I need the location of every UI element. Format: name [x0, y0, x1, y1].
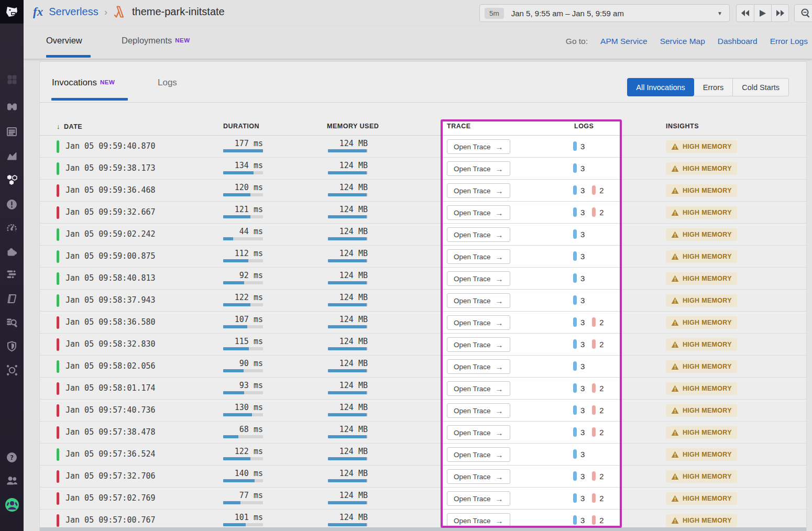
- column-header-memory[interactable]: MEMORY USED: [327, 123, 379, 130]
- logs-cell[interactable]: 3 2: [573, 405, 604, 415]
- breadcrumb-app-link[interactable]: Serverless: [49, 6, 98, 18]
- logs-cell[interactable]: 3: [573, 361, 585, 371]
- svg-text:?: ?: [10, 453, 14, 461]
- sidebar-item-log-explorer[interactable]: [0, 316, 24, 329]
- security-shield-icon: [6, 341, 17, 352]
- zoom-out-button[interactable]: [794, 4, 812, 22]
- tab-invocations-label: Invocations: [52, 78, 97, 87]
- sidebar-item-integrations[interactable]: [0, 245, 24, 258]
- error-logs-pill: [592, 493, 596, 503]
- warning-icon: [671, 385, 679, 392]
- time-backward-button[interactable]: [737, 5, 754, 21]
- open-trace-button[interactable]: Open Trace →: [447, 447, 510, 462]
- open-trace-label: Open Trace: [454, 495, 491, 503]
- logs-cell[interactable]: 3 2: [573, 427, 604, 437]
- logs-cell[interactable]: 3: [573, 141, 585, 151]
- logs-cell[interactable]: 3 2: [573, 471, 604, 481]
- open-trace-button[interactable]: Open Trace →: [447, 249, 510, 264]
- open-trace-label: Open Trace: [454, 143, 491, 151]
- filter-errors[interactable]: Errors: [694, 78, 733, 96]
- logs-cell[interactable]: 3 2: [573, 207, 604, 217]
- watchdog-binoculars-icon: [6, 101, 18, 113]
- insight-badge: HIGH MEMORY: [666, 206, 737, 219]
- time-range-picker[interactable]: 5m Jan 5, 9:55 am – Jan 5, 9:59 am ▼: [479, 4, 730, 22]
- sidebar-item-traces[interactable]: [0, 268, 24, 281]
- goto-link-service-map[interactable]: Service Map: [660, 37, 705, 46]
- sidebar-item-monitors[interactable]: [0, 197, 24, 211]
- duration-cell: 112 ms: [223, 249, 263, 262]
- sidebar-item-dashboards[interactable]: [0, 73, 24, 86]
- goto-link-apm-service[interactable]: APM Service: [600, 37, 648, 46]
- logs-cell[interactable]: 3 2: [573, 185, 604, 195]
- open-trace-button[interactable]: Open Trace →: [447, 513, 510, 528]
- sidebar-item-help[interactable]: ?: [0, 450, 24, 464]
- open-trace-button[interactable]: Open Trace →: [447, 425, 510, 440]
- open-trace-button[interactable]: Open Trace →: [447, 183, 510, 198]
- column-header-date[interactable]: ↓DATE: [57, 123, 82, 130]
- open-trace-label: Open Trace: [454, 297, 491, 305]
- invocation-rows: Jan 05 09:59:40.870 177 ms 124 MB Open T…: [40, 136, 806, 531]
- open-trace-button[interactable]: Open Trace →: [447, 293, 510, 308]
- tab-logs[interactable]: Logs: [158, 78, 177, 88]
- open-trace-button[interactable]: Open Trace →: [447, 381, 510, 396]
- logs-cell[interactable]: 3 2: [573, 339, 604, 349]
- logs-cell[interactable]: 3: [573, 251, 585, 261]
- logs-cell[interactable]: 3 2: [573, 383, 604, 393]
- sidebar-item-teams[interactable]: [0, 474, 24, 488]
- open-trace-button[interactable]: Open Trace →: [447, 161, 510, 176]
- column-header-logs[interactable]: LOGS: [574, 123, 594, 130]
- column-header-insights[interactable]: INSIGHTS: [666, 123, 699, 130]
- logs-cell[interactable]: 3 2: [573, 493, 604, 503]
- column-header-duration[interactable]: DURATION: [223, 123, 259, 130]
- open-trace-button[interactable]: Open Trace →: [447, 139, 510, 154]
- sidebar-item-events[interactable]: [0, 125, 24, 138]
- time-play-button[interactable]: [754, 5, 771, 21]
- sidebar-item-network[interactable]: [0, 363, 24, 377]
- open-trace-button[interactable]: Open Trace →: [447, 227, 510, 242]
- sidebar-item-notebooks[interactable]: [0, 292, 24, 305]
- logs-cell[interactable]: 3 2: [573, 515, 604, 525]
- sidebar-item-metrics[interactable]: [0, 149, 24, 162]
- logs-cell[interactable]: 3: [573, 273, 585, 283]
- column-header-trace[interactable]: TRACE: [447, 123, 471, 130]
- duration-bar-fill: [223, 325, 247, 328]
- open-trace-button[interactable]: Open Trace →: [447, 337, 510, 352]
- goto-link-dashboard[interactable]: Dashboard: [718, 37, 758, 46]
- sidebar-item-home[interactable]: [0, 0, 24, 24]
- insight-label: HIGH MEMORY: [683, 495, 732, 502]
- logs-cell[interactable]: 3: [573, 295, 585, 305]
- sidebar-item-account[interactable]: [0, 496, 24, 513]
- logs-cell[interactable]: 3: [573, 229, 585, 239]
- logs-cell[interactable]: 3: [573, 449, 585, 459]
- open-trace-button[interactable]: Open Trace →: [447, 205, 510, 220]
- info-logs-count: 3: [580, 164, 585, 173]
- tab-overview[interactable]: Overview: [46, 36, 82, 46]
- filter-cold-starts[interactable]: Cold Starts: [733, 78, 789, 96]
- open-trace-button[interactable]: Open Trace →: [447, 315, 510, 330]
- insight-badge: HIGH MEMORY: [666, 448, 737, 461]
- tab-invocations[interactable]: InvocationsNEW: [52, 78, 115, 88]
- logs-cell[interactable]: 3: [573, 163, 585, 173]
- duration-bar-fill: [223, 523, 246, 526]
- sidebar-item-security[interactable]: [0, 339, 24, 353]
- goto-link-error-logs[interactable]: Error Logs: [770, 37, 808, 46]
- tab-deployments[interactable]: DeploymentsNEW: [122, 36, 190, 46]
- insight-label: HIGH MEMORY: [683, 451, 732, 458]
- open-trace-button[interactable]: Open Trace →: [447, 491, 510, 506]
- logs-cell[interactable]: 3 2: [573, 317, 604, 327]
- horizontal-scrollbar[interactable]: [40, 527, 806, 531]
- sidebar-item-synthetics[interactable]: [0, 221, 24, 235]
- table-row: Jan 05 09:59:36.468 120 ms 124 MB Open T…: [40, 180, 806, 202]
- open-trace-button[interactable]: Open Trace →: [447, 403, 510, 418]
- open-trace-button[interactable]: Open Trace →: [447, 359, 510, 374]
- duration-cell: 122 ms: [223, 293, 263, 306]
- time-forward-button[interactable]: [771, 5, 788, 21]
- filter-all-invocations[interactable]: All Invocations: [627, 78, 694, 96]
- open-trace-button[interactable]: Open Trace →: [447, 469, 510, 484]
- info-logs-pill: [573, 383, 577, 393]
- open-trace-label: Open Trace: [454, 451, 491, 459]
- sidebar-item-watchdog[interactable]: [0, 100, 24, 114]
- open-trace-button[interactable]: Open Trace →: [447, 271, 510, 286]
- sidebar-item-serverless[interactable]: [0, 173, 24, 186]
- error-logs-group: 2: [592, 185, 603, 195]
